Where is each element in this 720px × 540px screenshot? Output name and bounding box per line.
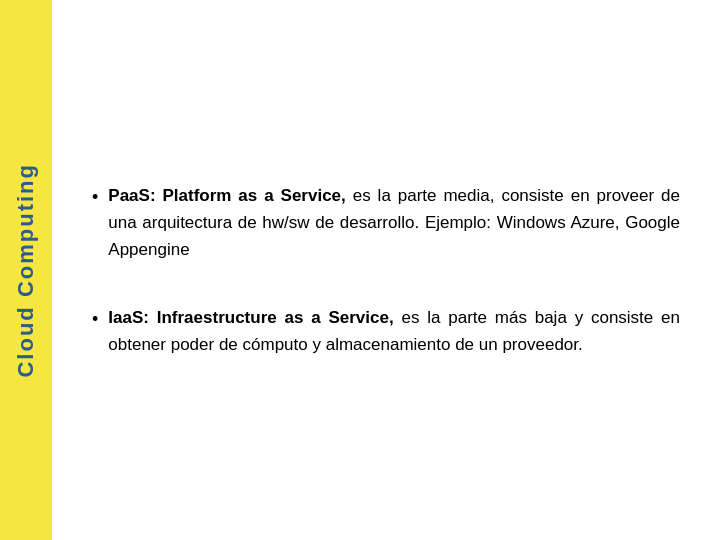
sidebar-label: Cloud Computing bbox=[13, 163, 39, 378]
paas-bullet: • bbox=[92, 184, 98, 211]
iaas-text: IaaS: Infraestructure as a Service, es l… bbox=[108, 304, 680, 358]
paas-text: PaaS: Platform as a Service, es la parte… bbox=[108, 182, 680, 264]
sidebar: Cloud Computing bbox=[0, 0, 52, 540]
iaas-term: IaaS: Infraestructure as a Service, bbox=[108, 308, 393, 327]
main-content: • PaaS: Platform as a Service, es la par… bbox=[52, 0, 720, 540]
paas-item: • PaaS: Platform as a Service, es la par… bbox=[92, 182, 680, 264]
iaas-item: • IaaS: Infraestructure as a Service, es… bbox=[92, 304, 680, 358]
iaas-bullet: • bbox=[92, 306, 98, 333]
paas-term: PaaS: Platform as a Service, bbox=[108, 186, 346, 205]
